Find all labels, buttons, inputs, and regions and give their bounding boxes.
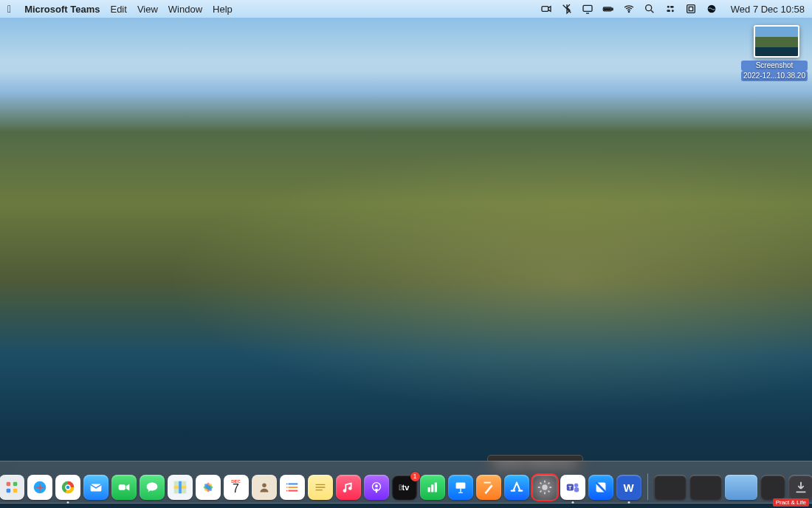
svg-point-41: [542, 484, 547, 490]
svg-text:T: T: [568, 484, 572, 491]
dock-pages[interactable]: [476, 475, 501, 500]
dock-reminders[interactable]: [280, 475, 305, 500]
svg-rect-18: [6, 489, 10, 493]
svg-rect-37: [431, 484, 433, 492]
clock[interactable]: Wed 7 Dec 10:58: [731, 4, 805, 15]
menu-bar:  Microsoft Teams Edit View Window Help …: [0, 0, 812, 18]
dock-podcasts[interactable]: [364, 475, 389, 500]
svg-rect-19: [13, 489, 17, 493]
dock-separator: [647, 473, 648, 500]
menu-left:  Microsoft Teams Edit View Window Help: [7, 3, 233, 15]
dock-recent-1[interactable]: [654, 475, 687, 500]
menu-window[interactable]: Window: [168, 4, 202, 15]
dock-contacts[interactable]: [252, 475, 277, 500]
battery-icon[interactable]: [602, 3, 614, 15]
svg-point-34: [375, 484, 378, 487]
dock-chrome[interactable]: [55, 475, 80, 500]
display-icon[interactable]: [582, 3, 593, 15]
tv-badge: 1: [410, 472, 420, 481]
svg-rect-0: [542, 7, 548, 12]
bluetooth-off-icon[interactable]: [561, 3, 573, 15]
dock-maps[interactable]: [168, 475, 193, 500]
svg-rect-17: [13, 482, 17, 487]
dock-facetime[interactable]: [111, 475, 137, 500]
svg-rect-36: [427, 487, 430, 492]
wifi-icon[interactable]: [623, 3, 635, 15]
dock-container: DEC 7 tv 1: [0, 461, 812, 504]
dock-tv[interactable]: tv 1: [392, 475, 417, 500]
svg-point-44: [574, 484, 578, 488]
svg-point-30: [262, 484, 266, 488]
svg-rect-16: [6, 482, 10, 487]
apple-menu[interactable]: : [7, 3, 11, 15]
dock-recent-3[interactable]: [725, 475, 757, 500]
desktop-file-screenshot[interactable]: Screenshot 2022-12...10.38.20: [751, 25, 802, 81]
app-name[interactable]: Microsoft Teams: [24, 4, 100, 15]
menu-right: Wed 7 Dec 10:58: [540, 3, 805, 15]
dock-keynote[interactable]: [448, 475, 473, 500]
svg-rect-3: [612, 8, 613, 10]
svg-rect-11: [687, 5, 695, 13]
svg-point-6: [645, 5, 651, 11]
dock: DEC 7 tv 1: [0, 461, 812, 504]
dock-photos[interactable]: [196, 475, 221, 500]
svg-rect-12: [689, 7, 692, 10]
menu-edit[interactable]: Edit: [110, 4, 126, 15]
svg-rect-8: [670, 6, 674, 8]
dock-downloads[interactable]: [788, 475, 813, 500]
dock-recent-4[interactable]: [760, 475, 785, 500]
svg-point-23: [66, 486, 69, 490]
svg-rect-25: [118, 484, 125, 490]
dock-xcode[interactable]: [588, 475, 613, 500]
menu-help[interactable]: Help: [213, 4, 233, 15]
dock-word[interactable]: W: [616, 475, 641, 500]
svg-rect-39: [455, 483, 465, 489]
dock-calendar[interactable]: DEC 7: [224, 475, 249, 500]
camera-icon[interactable]: [540, 3, 552, 15]
dock-numbers[interactable]: [420, 475, 445, 500]
dock-appstore[interactable]: [504, 475, 529, 500]
calendar-day: 7: [233, 484, 239, 494]
svg-rect-38: [434, 483, 436, 492]
siri-icon[interactable]: [706, 3, 718, 15]
dock-notes[interactable]: [308, 475, 333, 500]
svg-point-7: [667, 6, 670, 8]
dock-music[interactable]: [336, 475, 361, 500]
control-center-icon[interactable]: [664, 3, 676, 15]
dock-launchpad[interactable]: [0, 475, 24, 500]
svg-rect-9: [667, 10, 670, 12]
svg-rect-40: [484, 482, 490, 484]
svg-point-5: [628, 11, 629, 12]
dock-mail[interactable]: [83, 475, 109, 500]
watermark-label: Pract & Life: [773, 498, 809, 507]
dock-recent-2[interactable]: [689, 475, 722, 500]
dock-messages[interactable]: [140, 475, 165, 500]
dock-teams[interactable]: T: [560, 475, 585, 500]
desktop-wallpaper:  Microsoft Teams Edit View Window Help …: [0, 0, 812, 508]
svg-point-10: [672, 10, 674, 12]
file-name-line1: Screenshot: [741, 61, 808, 71]
menu-view[interactable]: View: [137, 4, 158, 15]
svg-point-33: [286, 490, 287, 492]
svg-rect-4: [604, 8, 610, 10]
screenshot-util-icon[interactable]: [685, 3, 697, 15]
svg-rect-45: [574, 487, 578, 492]
dock-system-preferences[interactable]: [532, 475, 557, 500]
file-thumbnail-icon: [754, 25, 799, 58]
file-name-line2: 2022-12...10.38.20: [741, 71, 808, 81]
search-icon[interactable]: [644, 3, 656, 15]
svg-point-32: [286, 487, 287, 488]
svg-rect-1: [583, 5, 592, 11]
svg-point-31: [286, 484, 287, 485]
dock-safari[interactable]: [27, 475, 52, 500]
